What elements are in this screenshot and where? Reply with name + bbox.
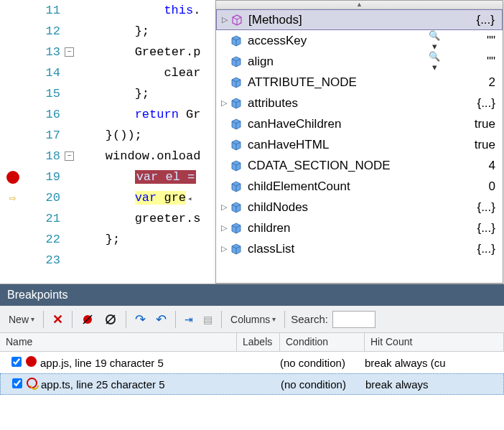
magnify-icon[interactable]: 🔍 ▾ [426, 30, 442, 52]
breakpoint-checkbox[interactable] [11, 357, 22, 367]
intellisense-value: 2 [442, 75, 500, 90]
property-icon [229, 223, 243, 234]
intellisense-value: 0 [442, 179, 500, 194]
property-icon [229, 181, 243, 192]
breakpoint-mapped-icon [27, 378, 37, 388]
intellisense-item[interactable]: ▷childNodes{...} [216, 197, 503, 218]
breakpoint-enabled-icon [26, 356, 37, 367]
intellisense-label: classList [248, 242, 426, 256]
fold-toggle-icon[interactable]: − [65, 151, 74, 161]
expand-icon[interactable]: ▷ [219, 98, 229, 108]
intellisense-item[interactable]: ▷attributes{...} [216, 93, 503, 113]
intellisense-popup[interactable]: ▲ ▷[Methods]{...}accessKey🔍 ▾""align🔍 ▾"… [215, 0, 503, 284]
intellisense-item[interactable]: accessKey🔍 ▾"" [216, 30, 503, 51]
col-condition[interactable]: Condition [280, 333, 365, 351]
line-numbers: 11 12 13 14 15 16 17 18 19 20 21 22 23 [25, 0, 65, 284]
breakpoint-checkbox[interactable] [12, 378, 22, 388]
expand-icon[interactable]: ▷ [219, 244, 229, 253]
intellisense-item[interactable]: ▷[Methods]{...} [216, 9, 503, 30]
scroll-up-icon[interactable]: ▲ [216, 1, 503, 9]
enable-all-icon[interactable] [77, 309, 98, 329]
col-hitcount[interactable]: Hit Count [365, 333, 504, 351]
undo-icon[interactable]: ↶ [151, 309, 171, 329]
property-icon [229, 35, 243, 47]
intellisense-value: "" [442, 34, 500, 48]
intellisense-item[interactable]: ▷classList{...} [216, 238, 503, 259]
intellisense-label: childElementCount [248, 179, 426, 194]
intellisense-label: accessKey [248, 34, 426, 48]
intellisense-value: 4 [442, 159, 500, 173]
breakpoint-hitcount: break always (cu [365, 357, 504, 369]
intellisense-item[interactable]: align🔍 ▾"" [216, 51, 503, 72]
delete-icon[interactable]: ✕ [48, 309, 67, 329]
disable-all-icon[interactable] [100, 309, 121, 329]
intellisense-label: [Methods] [248, 13, 426, 27]
breakpoints-header: Name Labels Condition Hit Count [0, 333, 504, 352]
outline-column: − − [65, 0, 76, 284]
intellisense-value: {...} [442, 200, 500, 215]
search-label: Search: [291, 313, 328, 325]
breakpoint-condition: (no condition) [281, 378, 365, 391]
property-icon [229, 98, 243, 109]
intellisense-item[interactable]: ▷children{...} [216, 218, 503, 238]
breakpoint-name: app.js, line 19 character 5 [39, 357, 237, 369]
breakpoint-icon[interactable] [6, 171, 19, 184]
goto-source-icon[interactable]: ⇥ [180, 309, 197, 329]
intellisense-value: true [442, 138, 500, 152]
property-icon [229, 202, 243, 213]
breakpoint-name: app.ts, line 25 character 5 [39, 378, 238, 391]
breakpoint-condition: (no condition) [280, 357, 365, 369]
breakpoints-toolbar: New ✕ ↷ ↶ ⇥ ▤ Columns Search: [0, 306, 504, 333]
fold-toggle-icon[interactable]: − [65, 47, 74, 57]
intellisense-label: CDATA_SECTION_NODE [248, 159, 426, 173]
intellisense-label: children [248, 221, 426, 235]
intellisense-item[interactable]: childElementCount0 [216, 176, 503, 197]
expand-icon[interactable]: ▷ [219, 202, 229, 212]
property-icon [229, 77, 243, 88]
intellisense-label: align [248, 55, 426, 69]
expand-icon[interactable]: ▷ [220, 15, 230, 24]
intellisense-value: {...} [442, 221, 500, 235]
breakpoint-row[interactable]: app.js, line 19 character 5(no condition… [0, 352, 504, 373]
breakpoints-panel: Breakpoints New ✕ ↷ ↶ ⇥ ▤ Columns Search… [0, 284, 504, 430]
intellisense-value: {...} [442, 96, 500, 111]
panel-title: Breakpoints [0, 284, 504, 306]
property-icon [229, 139, 243, 151]
intellisense-value: "" [442, 55, 500, 69]
property-icon [229, 118, 243, 130]
property-icon [229, 243, 243, 255]
intellisense-item[interactable]: canHaveChildrentrue [216, 113, 503, 134]
columns-button[interactable]: Columns [226, 309, 280, 329]
breakpoint-line-highlight: var el = [135, 170, 197, 184]
intellisense-label: canHaveChildren [248, 117, 426, 131]
gutter: ⇨ [0, 0, 25, 284]
intellisense-item[interactable]: ATTRIBUTE_NODE2 [216, 72, 503, 93]
intellisense-value: {...} [442, 242, 500, 256]
intellisense-label: canHaveHTML [248, 138, 426, 152]
intellisense-value: {...} [442, 13, 499, 27]
intellisense-item[interactable]: CDATA_SECTION_NODE4 [216, 155, 503, 176]
goto-disasm-icon[interactable]: ▤ [199, 309, 217, 329]
intellisense-label: childNodes [248, 200, 426, 215]
code-editor[interactable]: ⇨ 11 12 13 14 15 16 17 18 19 20 21 22 23… [0, 0, 504, 284]
new-breakpoint-button[interactable]: New [4, 309, 39, 329]
intellisense-label: attributes [248, 96, 426, 111]
collapse-icon[interactable]: ◂ [187, 195, 192, 203]
magnify-icon[interactable]: 🔍 ▾ [426, 51, 442, 73]
intellisense-item[interactable]: canHaveHTMLtrue [216, 134, 503, 155]
breakpoint-hitcount: break always [365, 378, 503, 391]
intellisense-label: ATTRIBUTE_NODE [248, 75, 426, 90]
col-name[interactable]: Name [0, 333, 237, 351]
current-line-arrow-icon: ⇨ [9, 191, 17, 205]
search-input[interactable] [332, 311, 375, 328]
methods-icon [230, 14, 244, 26]
intellisense-value: true [442, 117, 500, 131]
expand-icon[interactable]: ▷ [219, 223, 229, 233]
col-labels[interactable]: Labels [237, 333, 280, 351]
breakpoint-row[interactable]: app.ts, line 25 character 5(no condition… [0, 373, 504, 395]
current-line-highlight: var gre [135, 191, 186, 205]
property-icon [229, 160, 243, 172]
property-icon [229, 56, 243, 67]
redo-icon[interactable]: ↷ [131, 309, 150, 329]
